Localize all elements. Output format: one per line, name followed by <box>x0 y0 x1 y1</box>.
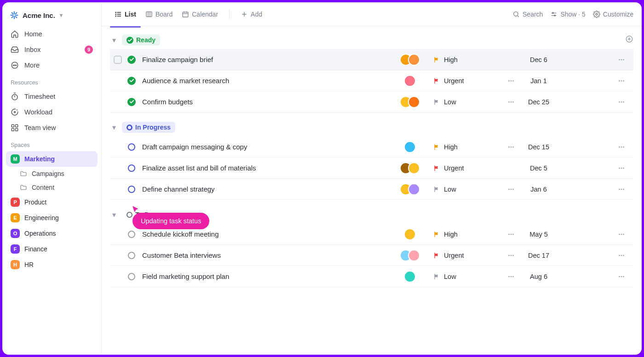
task-row[interactable]: Finalize asset list and bill of material… <box>110 158 633 179</box>
gear-icon <box>593 11 600 18</box>
task-row[interactable]: Draft campaign messaging & copy High Dec… <box>110 136 633 158</box>
tab-list[interactable]: List <box>110 8 141 21</box>
workspace-name: Acme Inc. <box>23 11 55 19</box>
add-task-button[interactable] <box>625 35 633 45</box>
space-operations[interactable]: O Operations <box>6 226 98 241</box>
task-row[interactable]: Schedule kickoff meeting High May 5 <box>110 224 633 245</box>
status-done-icon[interactable] <box>127 77 136 85</box>
task-priority[interactable]: Low <box>433 98 502 106</box>
nav-team view[interactable]: Team view <box>6 120 98 136</box>
nav-home[interactable]: Home <box>6 26 98 42</box>
task-subtasks[interactable] <box>502 230 520 238</box>
task-more[interactable] <box>612 98 631 106</box>
task-date[interactable]: Dec 6 <box>520 56 557 63</box>
avatar[interactable] <box>404 141 416 153</box>
nav-workload[interactable]: Workload <box>6 104 98 120</box>
task-priority[interactable]: High <box>433 231 502 238</box>
status-done-icon[interactable] <box>127 56 136 64</box>
avatar[interactable] <box>408 249 420 261</box>
task-more[interactable] <box>612 143 631 151</box>
status-open-icon[interactable] <box>128 186 135 193</box>
space-product[interactable]: P Product <box>6 194 98 210</box>
collapse-toggle[interactable]: ▾ <box>110 210 118 219</box>
folder-campaigns[interactable]: Campaigns <box>6 167 98 181</box>
task-subtasks[interactable] <box>502 143 520 151</box>
task-row[interactable]: Finalize campaign brief High Dec 6 <box>110 49 633 70</box>
collapse-toggle[interactable]: ▾ <box>110 123 118 132</box>
status-todo-icon[interactable] <box>128 231 135 238</box>
task-date[interactable]: Dec 15 <box>520 143 557 151</box>
status-chip[interactable]: Ready <box>122 34 160 45</box>
space-hr[interactable]: H HR <box>6 257 98 272</box>
svg-point-51 <box>619 80 620 81</box>
task-date[interactable]: Jan 1 <box>520 77 557 85</box>
space-marketing[interactable]: M Marketing <box>6 151 98 167</box>
add-view-button[interactable]: Add <box>236 8 267 21</box>
add-view-label: Add <box>251 11 262 18</box>
search-button[interactable]: Search <box>512 11 543 18</box>
avatar[interactable] <box>408 54 420 66</box>
svg-rect-18 <box>12 129 14 131</box>
svg-point-39 <box>552 12 554 14</box>
task-more[interactable] <box>612 251 631 260</box>
task-checkbox[interactable] <box>114 56 122 64</box>
task-date[interactable]: May 5 <box>520 231 557 238</box>
avatar[interactable] <box>404 75 416 87</box>
task-priority[interactable]: Low <box>433 186 502 193</box>
space-finance[interactable]: F Finance <box>6 241 98 257</box>
flag-icon <box>433 186 440 193</box>
task-subtasks[interactable] <box>502 77 520 85</box>
status-todo-icon[interactable] <box>128 252 135 259</box>
task-priority[interactable]: Urgent <box>433 164 502 172</box>
task-more[interactable] <box>612 56 631 64</box>
svg-point-15 <box>14 112 16 113</box>
tab-calendar[interactable]: Calendar <box>177 8 223 21</box>
task-date[interactable]: Dec 25 <box>520 98 557 106</box>
task-more[interactable] <box>612 272 631 281</box>
avatar[interactable] <box>408 162 420 174</box>
status-chip[interactable]: In Progress <box>122 122 175 133</box>
task-row[interactable]: Audience & market research Urgent Jan 1 <box>110 70 633 91</box>
status-todo-icon[interactable] <box>128 273 135 280</box>
task-subtasks[interactable] <box>502 272 520 281</box>
task-row[interactable]: Confirm budgets Low Dec 25 <box>110 91 633 113</box>
task-date[interactable]: Dec 17 <box>520 252 557 259</box>
task-priority[interactable]: High <box>433 143 502 151</box>
task-more[interactable] <box>612 230 631 238</box>
task-more[interactable] <box>612 185 631 193</box>
tab-board[interactable]: Board <box>141 8 177 21</box>
task-subtasks[interactable] <box>502 98 520 106</box>
nav-more[interactable]: More <box>6 57 98 73</box>
task-subtasks[interactable] <box>502 251 520 260</box>
task-row[interactable]: Customer Beta interviews Urgent Dec 17 <box>110 245 633 266</box>
task-row[interactable]: Define channel strategy Low Jan 6 <box>110 179 633 200</box>
task-priority[interactable]: High <box>433 56 502 63</box>
task-priority[interactable]: Urgent <box>433 77 502 85</box>
task-subtasks[interactable] <box>502 185 520 193</box>
svg-rect-29 <box>183 12 188 17</box>
task-date[interactable]: Dec 5 <box>520 164 557 172</box>
folder-content[interactable]: Content <box>6 181 98 194</box>
show-button[interactable]: Show · 5 <box>550 11 585 18</box>
status-done-icon[interactable] <box>127 98 136 106</box>
task-row[interactable]: Field marketing support plan Low Aug 6 <box>110 266 633 287</box>
customize-button[interactable]: Customize <box>593 11 633 18</box>
task-date[interactable]: Aug 6 <box>520 273 557 280</box>
avatar[interactable] <box>408 183 420 195</box>
avatar[interactable] <box>404 271 416 283</box>
nav-timesheet[interactable]: Timesheet <box>6 89 98 104</box>
task-date[interactable]: Jan 6 <box>520 186 557 193</box>
task-more[interactable] <box>612 164 631 172</box>
svg-point-50 <box>512 80 514 81</box>
status-open-icon[interactable] <box>128 143 135 151</box>
task-priority[interactable]: Low <box>433 273 502 280</box>
nav-inbox[interactable]: Inbox 9 <box>6 42 98 57</box>
space-engineering[interactable]: E Engineering <box>6 210 98 226</box>
avatar[interactable] <box>404 228 416 240</box>
status-open-icon[interactable] <box>128 164 135 172</box>
task-priority[interactable]: Urgent <box>433 252 502 259</box>
collapse-toggle[interactable]: ▾ <box>110 36 118 45</box>
avatar[interactable] <box>408 96 420 108</box>
task-more[interactable] <box>612 77 631 85</box>
workspace-picker[interactable]: Acme Inc. ▾ <box>6 8 98 23</box>
